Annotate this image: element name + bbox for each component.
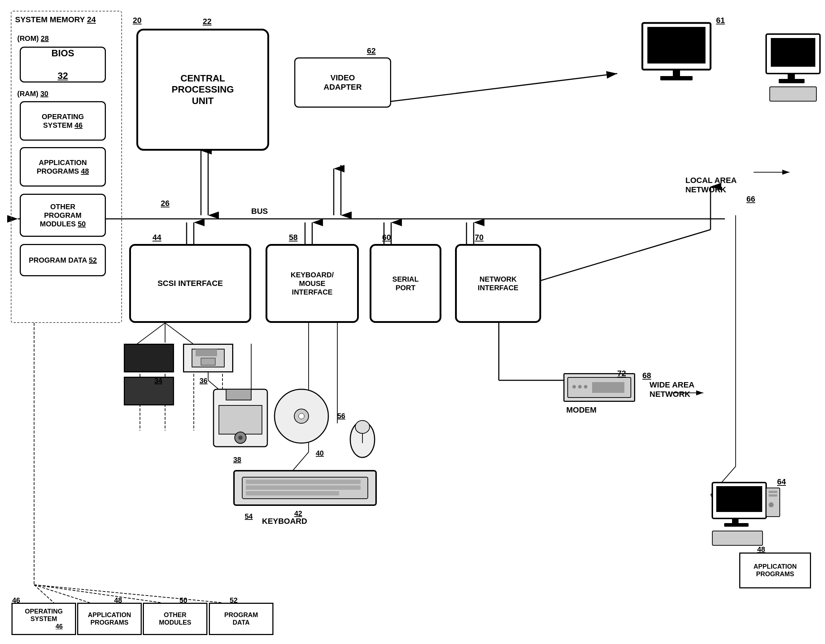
bottom-ref-50: 50 <box>179 596 187 605</box>
floppy-disk <box>212 388 269 452</box>
keyboard-icon <box>233 470 377 506</box>
keyboard-svg <box>240 476 369 500</box>
modem-svg <box>567 377 632 398</box>
bottom-other-modules: OTHER MODULES <box>143 603 207 635</box>
svg-rect-74 <box>788 74 795 79</box>
svg-rect-80 <box>724 523 749 527</box>
program-data-box: PROGRAM DATA 52 <box>20 244 106 276</box>
cpu-box: 22 CENTRAL PROCESSING UNIT <box>136 29 269 151</box>
svg-rect-51 <box>201 358 215 365</box>
cd-icon <box>273 388 330 445</box>
ref-40: 40 <box>316 449 324 457</box>
diagram-container: SYSTEM MEMORY 24 (ROM) 28 BIOS 32 (RAM) … <box>0 0 825 644</box>
floppy-svg <box>190 347 226 369</box>
cpu-label2: PROCESSING <box>171 84 233 95</box>
ref-54: 54 <box>245 512 253 520</box>
svg-rect-53 <box>246 480 361 484</box>
application-programs-box: APPLICATION PROGRAMS 48 <box>20 147 106 187</box>
serial-port-box: 60 SERIAL PORT <box>369 244 441 323</box>
wan-label: WIDE AREA <box>649 380 694 390</box>
monitor-svg <box>639 19 718 84</box>
svg-rect-82 <box>769 491 777 493</box>
monitor2-svg <box>764 32 822 104</box>
floppy-disk-svg <box>212 388 269 452</box>
svg-rect-85 <box>712 531 763 545</box>
ref-72: 72 <box>617 369 626 378</box>
remote-computer-top <box>764 32 822 97</box>
svg-rect-60 <box>226 389 251 400</box>
ref-38: 38 <box>233 456 241 464</box>
scsi-interface-box: 44 SCSI INTERFACE <box>129 244 251 323</box>
ram-ref: 30 <box>40 90 48 97</box>
svg-line-29 <box>531 230 711 283</box>
svg-rect-83 <box>769 494 777 497</box>
ref-68: 68 <box>642 371 651 380</box>
bottom-ref-52: 52 <box>230 596 238 605</box>
wan-label2: NETWORK <box>649 390 691 399</box>
operating-system-box: OPERATING SYSTEM 46 <box>20 101 106 141</box>
svg-line-19 <box>136 323 165 344</box>
bottom-application-programs-right: APPLICATION PROGRAMS <box>739 553 811 588</box>
keyboard-label-bottom: KEYBOARD <box>262 517 307 526</box>
svg-rect-78 <box>716 486 762 512</box>
bottom-application-programs: APPLICATION PROGRAMS <box>77 603 142 635</box>
floppy-drive <box>183 344 233 372</box>
mouse-svg <box>348 412 377 459</box>
bios-box: BIOS 32 <box>20 46 106 82</box>
bios-label: BIOS <box>51 48 74 59</box>
bottom-ref-48-right: 48 <box>757 545 765 554</box>
monitor-icon: 61 <box>639 19 718 84</box>
bottom-operating-system: OPERATING SYSTEM 46 <box>11 603 76 635</box>
svg-point-66 <box>298 413 304 419</box>
svg-line-40 <box>34 585 161 603</box>
cd-svg <box>273 388 330 445</box>
svg-rect-84 <box>769 502 774 507</box>
cpu-label3: UNIT <box>192 96 214 107</box>
svg-line-21 <box>165 323 194 344</box>
bus-label: BUS <box>251 207 268 216</box>
system-memory-ref: 24 <box>87 15 96 24</box>
cpu-ref20: 20 <box>133 16 141 25</box>
video-adapter-box: 62 VIDEO ADAPTER <box>294 57 391 108</box>
svg-point-63 <box>238 436 243 440</box>
svg-rect-46 <box>648 27 705 63</box>
svg-point-68 <box>572 385 576 389</box>
network-interface-box: 70 NETWORK INTERFACE <box>455 244 541 323</box>
svg-rect-54 <box>246 485 361 490</box>
mouse-icon <box>348 412 377 459</box>
svg-rect-61 <box>219 405 262 434</box>
system-memory-title: SYSTEM MEMORY 24 <box>15 15 96 25</box>
svg-point-69 <box>578 385 582 389</box>
modem-label: MODEM <box>566 405 596 415</box>
svg-rect-71 <box>592 382 624 393</box>
svg-rect-47 <box>673 69 680 77</box>
svg-rect-79 <box>732 519 738 524</box>
cpu-label: CENTRAL <box>181 73 225 84</box>
lan-label2: NETWORK <box>685 185 726 195</box>
remote-computer-bottom: 64 <box>711 481 782 553</box>
svg-line-39 <box>34 585 90 603</box>
other-program-modules-box: OTHER PROGRAM MODULES 50 <box>20 194 106 237</box>
svg-point-58 <box>355 420 369 433</box>
svg-rect-75 <box>779 79 805 83</box>
hard-drive-2 <box>124 377 174 405</box>
bottom-program-data: PROGRAM DATA <box>209 603 273 635</box>
ref-56: 56 <box>337 412 345 420</box>
svg-rect-76 <box>770 87 816 101</box>
svg-rect-55 <box>246 491 339 496</box>
hard-drive-1 <box>124 344 174 372</box>
bus-ref: 26 <box>161 199 169 208</box>
rom-label: (ROM) 28 <box>17 34 49 43</box>
svg-rect-73 <box>771 38 815 67</box>
rom-ref: 28 <box>41 34 49 42</box>
svg-rect-50 <box>196 349 217 356</box>
ref-34: 34 <box>154 377 162 385</box>
keyboard-mouse-box: 58 KEYBOARD/ MOUSE INTERFACE <box>266 244 359 323</box>
svg-line-10 <box>384 74 617 102</box>
svg-line-41 <box>34 585 222 603</box>
bottom-ref-48: 48 <box>114 596 122 605</box>
svg-rect-48 <box>660 76 692 80</box>
lan-label: LOCAL AREA <box>685 176 737 185</box>
svg-point-70 <box>584 385 587 389</box>
svg-line-38 <box>34 585 54 603</box>
